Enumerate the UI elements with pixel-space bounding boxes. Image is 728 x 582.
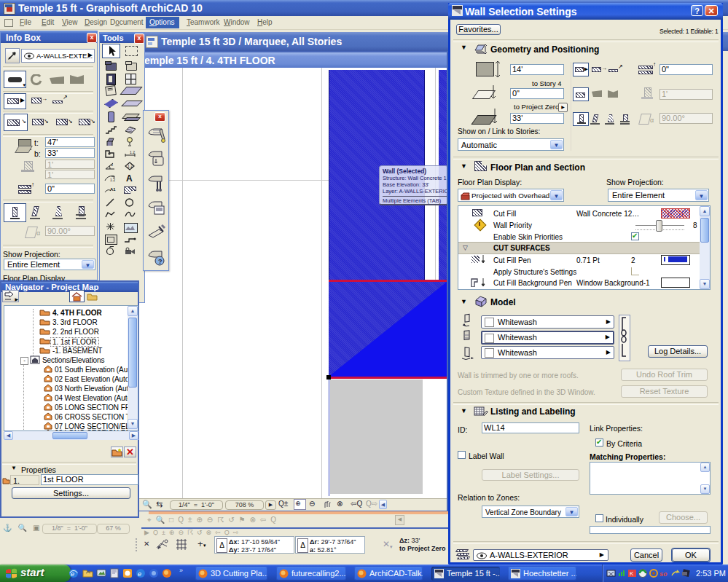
svg-text:K: K <box>630 570 634 577</box>
svg-text:α: α <box>111 162 113 167</box>
svg-text:A1: A1 <box>110 187 116 192</box>
svg-text:1.2: 1.2 <box>110 178 115 182</box>
svg-text:?: ? <box>158 258 163 265</box>
svg-text:1.2: 1.2 <box>130 150 135 154</box>
svg-text:1.2: 1.2 <box>128 164 133 168</box>
svg-text:e: e <box>138 570 141 578</box>
svg-text:so: so <box>659 570 668 578</box>
svg-text:e: e <box>71 570 74 578</box>
